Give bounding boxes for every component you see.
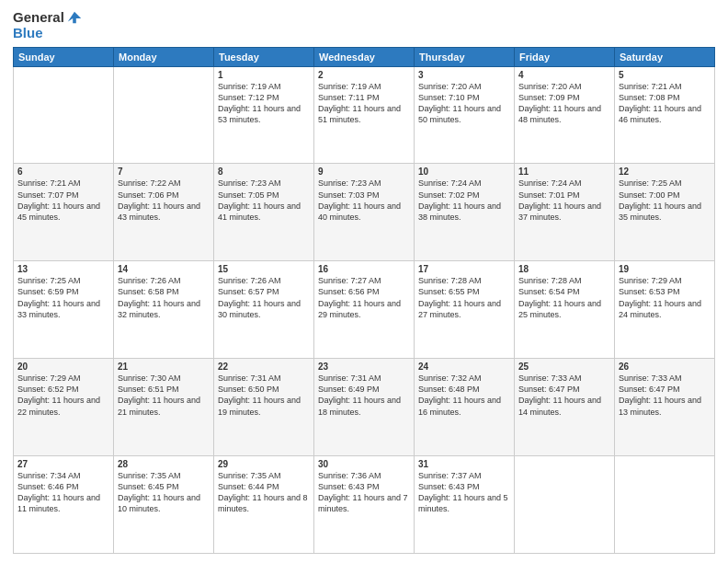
cell-info: Sunrise: 7:29 AMSunset: 6:53 PMDaylight:… — [619, 276, 701, 318]
calendar-cell: 7 Sunrise: 7:22 AMSunset: 7:06 PMDayligh… — [114, 164, 214, 261]
cell-info: Sunrise: 7:35 AMSunset: 6:44 PMDaylight:… — [218, 471, 308, 513]
day-number: 5 — [619, 70, 711, 80]
col-header-sunday: Sunday — [14, 47, 114, 66]
cell-info: Sunrise: 7:28 AMSunset: 6:55 PMDaylight:… — [418, 276, 501, 318]
cell-info: Sunrise: 7:31 AMSunset: 6:50 PMDaylight:… — [218, 373, 301, 416]
day-number: 31 — [418, 459, 510, 469]
day-number: 21 — [118, 362, 210, 372]
logo-icon — [66, 9, 83, 26]
col-header-monday: Monday — [114, 47, 214, 66]
cell-info: Sunrise: 7:29 AMSunset: 6:52 PMDaylight:… — [17, 373, 100, 416]
page: General Blue SundayMondayTuesdayWednesda… — [0, 0, 728, 563]
day-number: 10 — [418, 167, 510, 177]
day-number: 19 — [619, 264, 711, 274]
cell-info: Sunrise: 7:36 AMSunset: 6:43 PMDaylight:… — [318, 471, 408, 513]
cell-info: Sunrise: 7:24 AMSunset: 7:02 PMDaylight:… — [418, 178, 501, 221]
day-number: 15 — [218, 264, 310, 274]
calendar-cell: 18 Sunrise: 7:28 AMSunset: 6:54 PMDaylig… — [515, 261, 615, 359]
logo: General Blue — [13, 9, 83, 41]
logo-general: General — [13, 10, 64, 26]
calendar-cell: 8 Sunrise: 7:23 AMSunset: 7:05 PMDayligh… — [214, 164, 314, 261]
day-number: 7 — [118, 167, 210, 177]
week-row-2: 6 Sunrise: 7:21 AMSunset: 7:07 PMDayligh… — [14, 164, 715, 261]
cell-info: Sunrise: 7:20 AMSunset: 7:10 PMDaylight:… — [418, 82, 501, 124]
cell-info: Sunrise: 7:19 AMSunset: 7:12 PMDaylight:… — [218, 82, 301, 124]
calendar-cell: 23 Sunrise: 7:31 AMSunset: 6:49 PMDaylig… — [314, 359, 415, 456]
calendar-cell: 22 Sunrise: 7:31 AMSunset: 6:50 PMDaylig… — [214, 359, 314, 456]
calendar-cell — [14, 66, 114, 164]
cell-info: Sunrise: 7:25 AMSunset: 7:00 PMDaylight:… — [619, 178, 701, 221]
calendar-cell: 26 Sunrise: 7:33 AMSunset: 6:47 PMDaylig… — [615, 359, 715, 456]
day-number: 11 — [518, 167, 610, 177]
calendar-cell — [615, 456, 715, 554]
cell-info: Sunrise: 7:25 AMSunset: 6:59 PMDaylight:… — [17, 276, 100, 318]
calendar-cell: 16 Sunrise: 7:27 AMSunset: 6:56 PMDaylig… — [314, 261, 415, 359]
cell-info: Sunrise: 7:33 AMSunset: 6:47 PMDaylight:… — [619, 373, 701, 416]
calendar-cell: 9 Sunrise: 7:23 AMSunset: 7:03 PMDayligh… — [314, 164, 415, 261]
cell-info: Sunrise: 7:30 AMSunset: 6:51 PMDaylight:… — [118, 373, 200, 416]
calendar-cell: 31 Sunrise: 7:37 AMSunset: 6:43 PMDaylig… — [415, 456, 515, 554]
col-header-wednesday: Wednesday — [314, 47, 415, 66]
day-number: 4 — [518, 70, 610, 80]
calendar-cell: 4 Sunrise: 7:20 AMSunset: 7:09 PMDayligh… — [515, 66, 615, 164]
cell-info: Sunrise: 7:37 AMSunset: 6:43 PMDaylight:… — [418, 471, 508, 513]
calendar-cell: 5 Sunrise: 7:21 AMSunset: 7:08 PMDayligh… — [615, 66, 715, 164]
col-header-tuesday: Tuesday — [214, 47, 314, 66]
day-number: 13 — [17, 264, 109, 274]
calendar-cell: 12 Sunrise: 7:25 AMSunset: 7:00 PMDaylig… — [615, 164, 715, 261]
calendar-cell: 28 Sunrise: 7:35 AMSunset: 6:45 PMDaylig… — [114, 456, 214, 554]
cell-info: Sunrise: 7:23 AMSunset: 7:05 PMDaylight:… — [218, 178, 301, 221]
calendar-cell: 1 Sunrise: 7:19 AMSunset: 7:12 PMDayligh… — [214, 66, 314, 164]
cell-info: Sunrise: 7:24 AMSunset: 7:01 PMDaylight:… — [518, 178, 601, 221]
day-number: 25 — [518, 362, 610, 372]
calendar-cell: 20 Sunrise: 7:29 AMSunset: 6:52 PMDaylig… — [14, 359, 114, 456]
day-number: 12 — [619, 167, 711, 177]
day-number: 2 — [318, 70, 410, 80]
week-row-3: 13 Sunrise: 7:25 AMSunset: 6:59 PMDaylig… — [14, 261, 715, 359]
calendar-cell: 11 Sunrise: 7:24 AMSunset: 7:01 PMDaylig… — [515, 164, 615, 261]
day-number: 26 — [619, 362, 711, 372]
calendar-cell: 14 Sunrise: 7:26 AMSunset: 6:58 PMDaylig… — [114, 261, 214, 359]
week-row-4: 20 Sunrise: 7:29 AMSunset: 6:52 PMDaylig… — [14, 359, 715, 456]
cell-info: Sunrise: 7:21 AMSunset: 7:08 PMDaylight:… — [619, 82, 701, 124]
cell-info: Sunrise: 7:19 AMSunset: 7:11 PMDaylight:… — [318, 82, 401, 124]
day-number: 24 — [418, 362, 510, 372]
calendar-cell: 13 Sunrise: 7:25 AMSunset: 6:59 PMDaylig… — [14, 261, 114, 359]
calendar-cell: 24 Sunrise: 7:32 AMSunset: 6:48 PMDaylig… — [415, 359, 515, 456]
day-number: 1 — [218, 70, 310, 80]
day-number: 20 — [17, 362, 109, 372]
calendar-cell: 19 Sunrise: 7:29 AMSunset: 6:53 PMDaylig… — [615, 261, 715, 359]
calendar-cell — [114, 66, 214, 164]
calendar-cell: 2 Sunrise: 7:19 AMSunset: 7:11 PMDayligh… — [314, 66, 415, 164]
col-header-saturday: Saturday — [615, 47, 715, 66]
calendar-cell: 17 Sunrise: 7:28 AMSunset: 6:55 PMDaylig… — [415, 261, 515, 359]
day-number: 28 — [118, 459, 210, 469]
day-number: 14 — [118, 264, 210, 274]
cell-info: Sunrise: 7:26 AMSunset: 6:58 PMDaylight:… — [118, 276, 200, 318]
cell-info: Sunrise: 7:33 AMSunset: 6:47 PMDaylight:… — [518, 373, 601, 416]
col-header-thursday: Thursday — [415, 47, 515, 66]
calendar-cell: 15 Sunrise: 7:26 AMSunset: 6:57 PMDaylig… — [214, 261, 314, 359]
calendar-cell: 6 Sunrise: 7:21 AMSunset: 7:07 PMDayligh… — [14, 164, 114, 261]
day-number: 8 — [218, 167, 310, 177]
cell-info: Sunrise: 7:32 AMSunset: 6:48 PMDaylight:… — [418, 373, 501, 416]
day-number: 18 — [518, 264, 610, 274]
day-number: 17 — [418, 264, 510, 274]
calendar-cell: 10 Sunrise: 7:24 AMSunset: 7:02 PMDaylig… — [415, 164, 515, 261]
day-number: 30 — [318, 459, 410, 469]
cell-info: Sunrise: 7:26 AMSunset: 6:57 PMDaylight:… — [218, 276, 301, 318]
day-number: 29 — [218, 459, 310, 469]
day-number: 22 — [218, 362, 310, 372]
calendar-header-row: SundayMondayTuesdayWednesdayThursdayFrid… — [14, 47, 715, 66]
cell-info: Sunrise: 7:21 AMSunset: 7:07 PMDaylight:… — [17, 178, 100, 221]
day-number: 27 — [17, 459, 109, 469]
cell-info: Sunrise: 7:31 AMSunset: 6:49 PMDaylight:… — [318, 373, 401, 416]
calendar-cell: 25 Sunrise: 7:33 AMSunset: 6:47 PMDaylig… — [515, 359, 615, 456]
day-number: 3 — [418, 70, 510, 80]
cell-info: Sunrise: 7:20 AMSunset: 7:09 PMDaylight:… — [518, 82, 601, 124]
cell-info: Sunrise: 7:22 AMSunset: 7:06 PMDaylight:… — [118, 178, 200, 221]
cell-info: Sunrise: 7:35 AMSunset: 6:45 PMDaylight:… — [118, 471, 200, 513]
day-number: 16 — [318, 264, 410, 274]
cell-info: Sunrise: 7:34 AMSunset: 6:46 PMDaylight:… — [17, 471, 100, 513]
col-header-friday: Friday — [515, 47, 615, 66]
